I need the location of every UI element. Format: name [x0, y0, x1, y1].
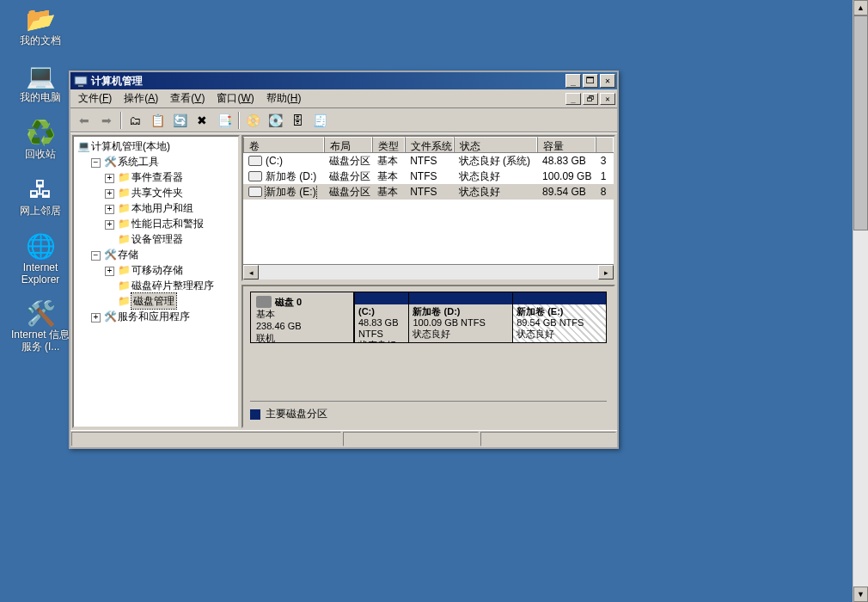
tree-node-local-users[interactable]: 📁本地用户和组 — [118, 200, 193, 216]
disk-management-icon: 📁 — [118, 295, 130, 307]
maximize-button[interactable]: 🗖 — [583, 74, 598, 88]
toolbar-settings-button[interactable]: 📑 — [214, 111, 235, 130]
column-header-0[interactable]: 卷 — [243, 137, 324, 152]
desktop-icon-label: Internet 信息服务 (I... — [10, 329, 70, 353]
tree-node-system-tools[interactable]: 🛠️系统工具 — [104, 154, 159, 169]
desktop-icon-my-documents[interactable]: 📂我的文档 — [10, 5, 70, 46]
menu-view[interactable]: 查看(V) — [164, 89, 211, 108]
partition[interactable]: 新加卷 (E:)89.54 GB NTFS状态良好 — [512, 292, 606, 342]
menu-help[interactable]: 帮助(H) — [260, 89, 308, 108]
mdi-minimize-button[interactable]: _ — [565, 93, 581, 105]
tree-root-node[interactable]: 💻计算机管理(本地) — [77, 138, 170, 154]
statusbar — [70, 430, 617, 447]
forward-icon: ➡ — [101, 114, 112, 127]
partition[interactable]: (C:)48.83 GB NTFS状态良好 (系统 — [354, 292, 408, 342]
desktop-icon-my-computer[interactable]: 💻我的电脑 — [10, 62, 70, 103]
minimize-button[interactable]: _ — [565, 74, 581, 88]
volume-row[interactable]: (C:)磁盘分区基本NTFS状态良好 (系统)48.83 GB3 — [243, 153, 614, 169]
menu-action[interactable]: 操作(A) — [118, 89, 164, 108]
tree-expander[interactable]: + — [105, 267, 114, 276]
toolbar-refresh-button[interactable]: 🔄 — [169, 111, 190, 130]
tree-node-disk-defrag[interactable]: 📁磁盘碎片整理程序 — [118, 278, 214, 293]
toolbar-disk-b-button[interactable]: 💽 — [265, 111, 285, 130]
properties-icon: 📋 — [150, 114, 165, 127]
tree-node-perf-logs[interactable]: 📁性能日志和警报 — [118, 216, 204, 231]
close-button[interactable]: ✕ — [600, 74, 615, 88]
disk-info[interactable]: 磁盘 0基本238.46 GB联机 — [251, 292, 354, 342]
volume-name: 新加卷 (E:) — [266, 185, 316, 200]
tree-expander[interactable]: + — [105, 220, 114, 230]
list-header[interactable]: 卷布局类型文件系统状态容量 — [243, 137, 614, 153]
delete-icon: ✖ — [197, 114, 207, 127]
scroll-track[interactable] — [259, 265, 598, 280]
desktop-icon-network-neighborhood[interactable]: 🖧网上邻居 — [10, 175, 70, 217]
tree-expander[interactable]: + — [105, 205, 114, 214]
desktop-icon-label: 我的电脑 — [20, 91, 61, 103]
column-header-1[interactable]: 布局 — [324, 137, 373, 152]
desktop-icon-iis[interactable]: 🛠️Internet 信息服务 (I... — [10, 299, 70, 353]
scroll-up-button[interactable]: ▲ — [853, 0, 868, 15]
toolbar-disk-c-button[interactable]: 🗄 — [287, 111, 308, 130]
tree-label: 本地用户和组 — [131, 200, 193, 216]
menu-file[interactable]: 文件(F) — [72, 89, 118, 108]
column-header-5[interactable]: 容量 — [537, 137, 596, 152]
desktop-icon-label: 我的文档 — [20, 34, 61, 46]
mdi-close-button[interactable]: ✕ — [600, 93, 615, 105]
disk-name: 磁盘 0 — [275, 296, 302, 308]
page-scrollbar[interactable]: ▲ ▼ — [853, 0, 868, 602]
tree-expander[interactable]: − — [91, 158, 101, 168]
column-header-2[interactable]: 类型 — [372, 137, 405, 152]
tree-node-disk-management[interactable]: 📁磁盘管理 — [118, 293, 176, 309]
shared-folders-icon: 📁 — [118, 187, 130, 199]
desktop-icon-internet-explorer[interactable]: 🌐Internet Explorer — [10, 232, 70, 286]
column-header-4[interactable]: 状态 — [454, 137, 537, 152]
tree-expander[interactable]: − — [91, 251, 101, 261]
toolbar-delete-button[interactable]: ✖ — [192, 111, 212, 130]
tree-node-device-manager[interactable]: 📁设备管理器 — [118, 231, 183, 247]
volume-status: 状态良好 — [454, 169, 537, 184]
toolbar-disk-a-button[interactable]: 📀 — [242, 111, 263, 130]
volume-tail: 3 — [596, 155, 614, 167]
volume-row[interactable]: 新加卷 (E:)磁盘分区基本NTFS状态良好89.54 GB8 — [243, 184, 614, 200]
horizontal-scrollbar[interactable]: ◂ ▸ — [243, 264, 614, 280]
volume-layout: 磁盘分区 — [324, 185, 373, 200]
scroll-right-button[interactable]: ▸ — [598, 265, 614, 280]
tree-node-event-viewer[interactable]: 📁事件查看器 — [118, 169, 183, 185]
partition-label: (C:) — [358, 306, 375, 316]
volume-row[interactable]: 新加卷 (D:)磁盘分区基本NTFS状态良好100.09 GB1 — [243, 169, 614, 184]
tree-node-shared-folders[interactable]: 📁共享文件夹 — [118, 185, 183, 200]
tree-node-removable-storage[interactable]: 📁可移动存储 — [118, 262, 183, 278]
disk-defrag-icon: 📁 — [118, 280, 130, 292]
partition-header — [409, 292, 512, 304]
toolbar-up-button[interactable]: 🗂 — [125, 111, 145, 130]
column-header-6[interactable] — [596, 137, 614, 152]
tree-node-services-apps[interactable]: 🛠️服务和应用程序 — [104, 309, 190, 324]
partition[interactable]: 新加卷 (D:)100.09 GB NTFS状态良好 — [408, 292, 512, 342]
disk-graphical-view[interactable]: 磁盘 0基本238.46 GB联机(C:)48.83 GB NTFS状态良好 (… — [241, 285, 615, 428]
mdi-restore-button[interactable]: 🗗 — [583, 93, 598, 105]
scroll-down-button[interactable]: ▼ — [853, 587, 868, 602]
column-header-3[interactable]: 文件系统 — [405, 137, 454, 152]
partition-header — [355, 292, 408, 304]
disk-d-icon: 🧾 — [313, 114, 327, 127]
app-icon — [74, 74, 88, 88]
desktop-icon-recycle-bin[interactable]: ♻️回收站 — [10, 119, 70, 160]
tree-node-storage[interactable]: 🛠️存储 — [104, 247, 138, 262]
navigation-tree[interactable]: 💻计算机管理(本地)−🛠️系统工具+📁事件查看器+📁共享文件夹+📁本地用户和组+… — [72, 135, 240, 428]
window-title: 计算机管理 — [91, 74, 565, 89]
tree-expander[interactable]: + — [105, 189, 114, 199]
volume-fs: NTFS — [405, 170, 454, 182]
menu-window[interactable]: 窗口(W) — [211, 89, 260, 108]
my-documents-icon: 📂 — [27, 5, 54, 33]
scroll-left-button[interactable]: ◂ — [243, 265, 259, 280]
disk-row-disk0[interactable]: 磁盘 0基本238.46 GB联机(C:)48.83 GB NTFS状态良好 (… — [250, 292, 607, 343]
titlebar[interactable]: 计算机管理 _ 🗖 ✕ — [70, 72, 617, 89]
toolbar-properties-button[interactable]: 📋 — [147, 111, 168, 130]
tree-expander[interactable]: + — [105, 174, 114, 183]
tree-expander[interactable]: + — [91, 313, 101, 322]
toolbar-disk-d-button[interactable]: 🧾 — [309, 111, 330, 130]
perf-logs-icon: 📁 — [118, 218, 130, 230]
volume-list[interactable]: 卷布局类型文件系统状态容量 (C:)磁盘分区基本NTFS状态良好 (系统)48.… — [241, 135, 615, 281]
scroll-thumb[interactable] — [853, 15, 868, 230]
tree-expander-blank — [105, 233, 114, 243]
